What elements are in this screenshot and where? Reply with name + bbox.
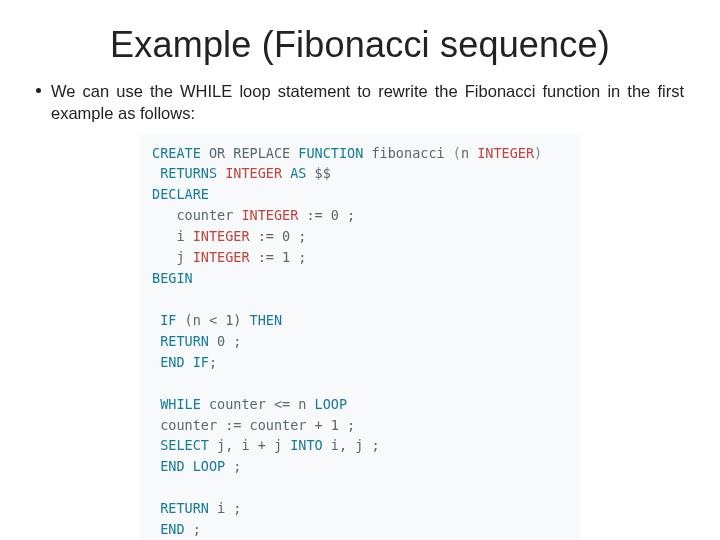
code-text: (n < 1): [176, 312, 249, 328]
code-text: 0 ;: [209, 333, 242, 349]
code-type: INTEGER: [241, 207, 298, 223]
code-kw: SELECT: [152, 437, 209, 453]
bullet-prefix: We can use the: [51, 82, 173, 100]
code-text: i ;: [209, 500, 242, 516]
code-type: INTEGER: [477, 145, 534, 161]
code-kw: LOOP: [185, 458, 226, 474]
code-block-wrap: CREATE OR REPLACE FUNCTION fibonacci (n …: [140, 135, 580, 540]
code-ident: counter: [152, 207, 241, 223]
code-kw: INTO: [290, 437, 323, 453]
code-kw: AS: [282, 165, 306, 181]
code-kw: END: [152, 458, 185, 474]
bullet-while-keyword: WHILE: [180, 82, 232, 100]
code-text: $$: [306, 165, 330, 181]
code-ident: fibonacci: [363, 145, 452, 161]
bullet-dot-icon: [36, 88, 41, 93]
code-kw: WHILE: [152, 396, 201, 412]
code-punc: ): [534, 145, 542, 161]
code-ident: i: [152, 228, 193, 244]
code-kw: DECLARE: [152, 186, 209, 202]
code-punc: ;: [225, 458, 241, 474]
code-kw: BEGIN: [152, 270, 193, 286]
code-text: i, j ;: [323, 437, 380, 453]
code-punc: (: [453, 145, 461, 161]
code-kw: END: [152, 354, 185, 370]
code-kw: THEN: [250, 312, 283, 328]
code-text: j, i + j: [209, 437, 290, 453]
code-text: := 1 ;: [250, 249, 307, 265]
slide-title: Example (Fibonacci sequence): [36, 24, 684, 66]
code-kw: END: [152, 521, 185, 537]
bullet-text: We can use the WHILE loop statement to r…: [51, 80, 684, 125]
code-kw: IF: [152, 312, 176, 328]
code-kw: RETURN: [152, 500, 209, 516]
code-text: := 0 ;: [250, 228, 307, 244]
code-text: counter <= n: [201, 396, 315, 412]
code-type: INTEGER: [193, 249, 250, 265]
code-text: OR REPLACE: [201, 145, 299, 161]
slide: Example (Fibonacci sequence) We can use …: [0, 0, 720, 540]
code-kw: FUNCTION: [298, 145, 363, 161]
code-ident: j: [152, 249, 193, 265]
bullet-item: We can use the WHILE loop statement to r…: [36, 80, 684, 125]
code-text: counter := counter + 1 ;: [152, 417, 355, 433]
code-kw: RETURNS: [152, 165, 225, 181]
code-type: INTEGER: [193, 228, 250, 244]
code-type: INTEGER: [225, 165, 282, 181]
code-punc: ;: [185, 521, 201, 537]
code-kw: CREATE: [152, 145, 201, 161]
code-kw: LOOP: [315, 396, 348, 412]
code-kw: IF: [185, 354, 209, 370]
code-text: := 0 ;: [298, 207, 355, 223]
code-kw: RETURN: [152, 333, 209, 349]
code-punc: ;: [209, 354, 217, 370]
code-block: CREATE OR REPLACE FUNCTION fibonacci (n …: [140, 135, 580, 540]
code-ident: n: [461, 145, 477, 161]
